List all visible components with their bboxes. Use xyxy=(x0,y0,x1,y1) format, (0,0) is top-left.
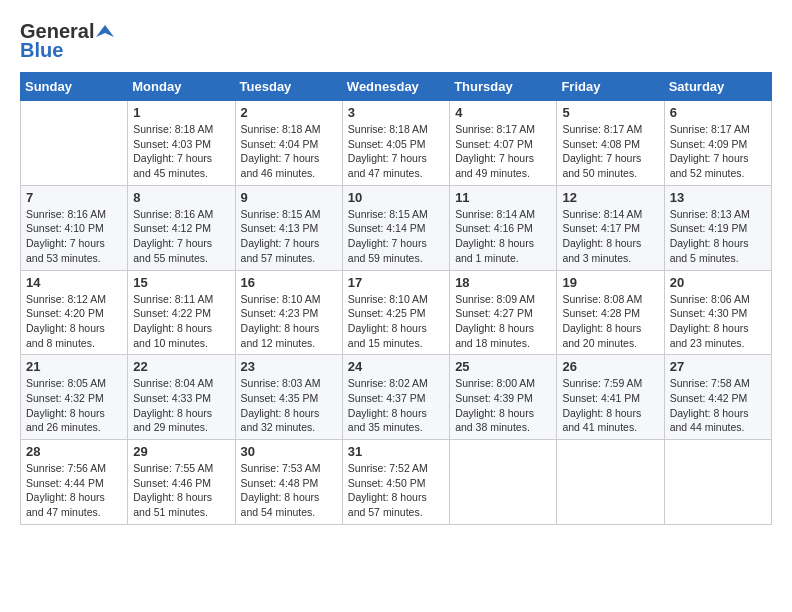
day-number: 16 xyxy=(241,275,337,290)
day-number: 28 xyxy=(26,444,122,459)
calendar-cell: 15Sunrise: 8:11 AMSunset: 4:22 PMDayligh… xyxy=(128,270,235,355)
day-number: 17 xyxy=(348,275,444,290)
calendar-cell: 9Sunrise: 8:15 AMSunset: 4:13 PMDaylight… xyxy=(235,185,342,270)
cell-content: Sunrise: 8:12 AMSunset: 4:20 PMDaylight:… xyxy=(26,292,122,351)
calendar-cell xyxy=(450,440,557,525)
cell-content: Sunrise: 8:05 AMSunset: 4:32 PMDaylight:… xyxy=(26,376,122,435)
weekday-header-thursday: Thursday xyxy=(450,73,557,101)
cell-content: Sunrise: 8:14 AMSunset: 4:16 PMDaylight:… xyxy=(455,207,551,266)
calendar-cell: 24Sunrise: 8:02 AMSunset: 4:37 PMDayligh… xyxy=(342,355,449,440)
calendar-cell: 29Sunrise: 7:55 AMSunset: 4:46 PMDayligh… xyxy=(128,440,235,525)
calendar-cell: 4Sunrise: 8:17 AMSunset: 4:07 PMDaylight… xyxy=(450,101,557,186)
calendar-week-row: 28Sunrise: 7:56 AMSunset: 4:44 PMDayligh… xyxy=(21,440,772,525)
day-number: 11 xyxy=(455,190,551,205)
calendar-cell: 27Sunrise: 7:58 AMSunset: 4:42 PMDayligh… xyxy=(664,355,771,440)
day-number: 30 xyxy=(241,444,337,459)
cell-content: Sunrise: 8:15 AMSunset: 4:14 PMDaylight:… xyxy=(348,207,444,266)
day-number: 2 xyxy=(241,105,337,120)
calendar-cell xyxy=(21,101,128,186)
cell-content: Sunrise: 8:15 AMSunset: 4:13 PMDaylight:… xyxy=(241,207,337,266)
calendar-cell: 28Sunrise: 7:56 AMSunset: 4:44 PMDayligh… xyxy=(21,440,128,525)
calendar-cell: 17Sunrise: 8:10 AMSunset: 4:25 PMDayligh… xyxy=(342,270,449,355)
day-number: 1 xyxy=(133,105,229,120)
day-number: 20 xyxy=(670,275,766,290)
calendar-cell: 2Sunrise: 8:18 AMSunset: 4:04 PMDaylight… xyxy=(235,101,342,186)
calendar-cell: 25Sunrise: 8:00 AMSunset: 4:39 PMDayligh… xyxy=(450,355,557,440)
weekday-header-tuesday: Tuesday xyxy=(235,73,342,101)
day-number: 23 xyxy=(241,359,337,374)
cell-content: Sunrise: 8:02 AMSunset: 4:37 PMDaylight:… xyxy=(348,376,444,435)
calendar-cell: 13Sunrise: 8:13 AMSunset: 4:19 PMDayligh… xyxy=(664,185,771,270)
calendar-cell xyxy=(664,440,771,525)
day-number: 25 xyxy=(455,359,551,374)
cell-content: Sunrise: 8:13 AMSunset: 4:19 PMDaylight:… xyxy=(670,207,766,266)
cell-content: Sunrise: 7:58 AMSunset: 4:42 PMDaylight:… xyxy=(670,376,766,435)
cell-content: Sunrise: 8:03 AMSunset: 4:35 PMDaylight:… xyxy=(241,376,337,435)
calendar-week-row: 14Sunrise: 8:12 AMSunset: 4:20 PMDayligh… xyxy=(21,270,772,355)
day-number: 10 xyxy=(348,190,444,205)
weekday-header-sunday: Sunday xyxy=(21,73,128,101)
weekday-header-saturday: Saturday xyxy=(664,73,771,101)
cell-content: Sunrise: 7:55 AMSunset: 4:46 PMDaylight:… xyxy=(133,461,229,520)
cell-content: Sunrise: 8:17 AMSunset: 4:07 PMDaylight:… xyxy=(455,122,551,181)
weekday-header-monday: Monday xyxy=(128,73,235,101)
day-number: 27 xyxy=(670,359,766,374)
calendar-cell: 8Sunrise: 8:16 AMSunset: 4:12 PMDaylight… xyxy=(128,185,235,270)
calendar-week-row: 7Sunrise: 8:16 AMSunset: 4:10 PMDaylight… xyxy=(21,185,772,270)
cell-content: Sunrise: 7:52 AMSunset: 4:50 PMDaylight:… xyxy=(348,461,444,520)
cell-content: Sunrise: 8:18 AMSunset: 4:04 PMDaylight:… xyxy=(241,122,337,181)
cell-content: Sunrise: 7:56 AMSunset: 4:44 PMDaylight:… xyxy=(26,461,122,520)
calendar-cell: 31Sunrise: 7:52 AMSunset: 4:50 PMDayligh… xyxy=(342,440,449,525)
calendar-cell: 5Sunrise: 8:17 AMSunset: 4:08 PMDaylight… xyxy=(557,101,664,186)
calendar-cell: 1Sunrise: 8:18 AMSunset: 4:03 PMDaylight… xyxy=(128,101,235,186)
calendar-cell: 6Sunrise: 8:17 AMSunset: 4:09 PMDaylight… xyxy=(664,101,771,186)
calendar-cell: 20Sunrise: 8:06 AMSunset: 4:30 PMDayligh… xyxy=(664,270,771,355)
day-number: 5 xyxy=(562,105,658,120)
calendar-cell: 3Sunrise: 8:18 AMSunset: 4:05 PMDaylight… xyxy=(342,101,449,186)
day-number: 31 xyxy=(348,444,444,459)
calendar-cell: 16Sunrise: 8:10 AMSunset: 4:23 PMDayligh… xyxy=(235,270,342,355)
cell-content: Sunrise: 8:00 AMSunset: 4:39 PMDaylight:… xyxy=(455,376,551,435)
day-number: 26 xyxy=(562,359,658,374)
weekday-header-friday: Friday xyxy=(557,73,664,101)
cell-content: Sunrise: 8:17 AMSunset: 4:09 PMDaylight:… xyxy=(670,122,766,181)
calendar-week-row: 21Sunrise: 8:05 AMSunset: 4:32 PMDayligh… xyxy=(21,355,772,440)
calendar-cell: 22Sunrise: 8:04 AMSunset: 4:33 PMDayligh… xyxy=(128,355,235,440)
calendar-week-row: 1Sunrise: 8:18 AMSunset: 4:03 PMDaylight… xyxy=(21,101,772,186)
cell-content: Sunrise: 7:59 AMSunset: 4:41 PMDaylight:… xyxy=(562,376,658,435)
cell-content: Sunrise: 8:11 AMSunset: 4:22 PMDaylight:… xyxy=(133,292,229,351)
cell-content: Sunrise: 8:06 AMSunset: 4:30 PMDaylight:… xyxy=(670,292,766,351)
calendar-header-row: SundayMondayTuesdayWednesdayThursdayFrid… xyxy=(21,73,772,101)
day-number: 9 xyxy=(241,190,337,205)
svg-marker-0 xyxy=(96,25,114,37)
logo-blue-text: Blue xyxy=(20,39,63,62)
weekday-header-wednesday: Wednesday xyxy=(342,73,449,101)
cell-content: Sunrise: 8:10 AMSunset: 4:23 PMDaylight:… xyxy=(241,292,337,351)
day-number: 3 xyxy=(348,105,444,120)
calendar-cell: 19Sunrise: 8:08 AMSunset: 4:28 PMDayligh… xyxy=(557,270,664,355)
page-header: General Blue xyxy=(20,20,772,62)
calendar-cell: 18Sunrise: 8:09 AMSunset: 4:27 PMDayligh… xyxy=(450,270,557,355)
logo-bird-icon xyxy=(96,23,114,41)
day-number: 22 xyxy=(133,359,229,374)
calendar-cell: 7Sunrise: 8:16 AMSunset: 4:10 PMDaylight… xyxy=(21,185,128,270)
calendar-cell xyxy=(557,440,664,525)
cell-content: Sunrise: 8:16 AMSunset: 4:12 PMDaylight:… xyxy=(133,207,229,266)
day-number: 19 xyxy=(562,275,658,290)
logo: General Blue xyxy=(20,20,114,62)
day-number: 18 xyxy=(455,275,551,290)
calendar-cell: 21Sunrise: 8:05 AMSunset: 4:32 PMDayligh… xyxy=(21,355,128,440)
cell-content: Sunrise: 8:09 AMSunset: 4:27 PMDaylight:… xyxy=(455,292,551,351)
day-number: 12 xyxy=(562,190,658,205)
day-number: 14 xyxy=(26,275,122,290)
calendar-table: SundayMondayTuesdayWednesdayThursdayFrid… xyxy=(20,72,772,525)
cell-content: Sunrise: 8:10 AMSunset: 4:25 PMDaylight:… xyxy=(348,292,444,351)
cell-content: Sunrise: 8:16 AMSunset: 4:10 PMDaylight:… xyxy=(26,207,122,266)
calendar-cell: 12Sunrise: 8:14 AMSunset: 4:17 PMDayligh… xyxy=(557,185,664,270)
cell-content: Sunrise: 8:18 AMSunset: 4:03 PMDaylight:… xyxy=(133,122,229,181)
day-number: 29 xyxy=(133,444,229,459)
day-number: 6 xyxy=(670,105,766,120)
cell-content: Sunrise: 8:08 AMSunset: 4:28 PMDaylight:… xyxy=(562,292,658,351)
cell-content: Sunrise: 7:53 AMSunset: 4:48 PMDaylight:… xyxy=(241,461,337,520)
calendar-cell: 30Sunrise: 7:53 AMSunset: 4:48 PMDayligh… xyxy=(235,440,342,525)
